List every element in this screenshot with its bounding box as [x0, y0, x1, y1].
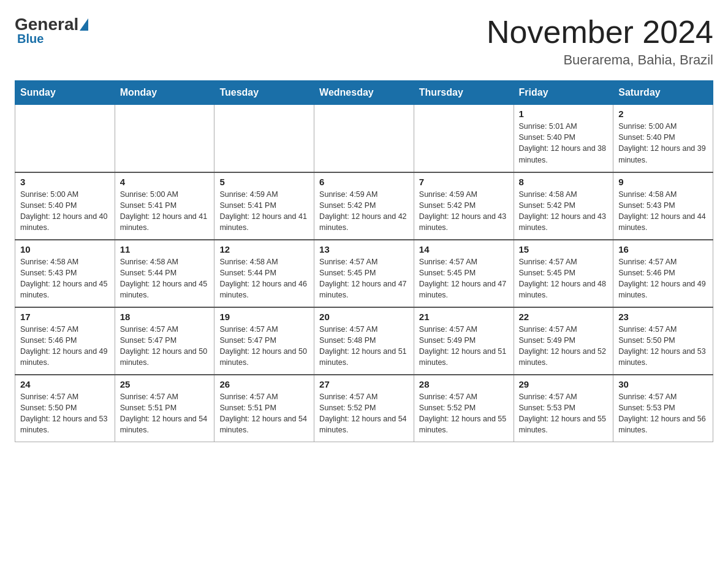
month-year-title: November 2024 [487, 15, 713, 50]
title-block: November 2024 Buerarema, Bahia, Brazil [487, 15, 713, 68]
day-number: 29 [519, 379, 609, 389]
calendar-cell: 6Sunrise: 4:59 AM Sunset: 5:42 PM Daylig… [314, 172, 414, 240]
day-number: 19 [219, 312, 309, 322]
day-number: 7 [419, 177, 509, 187]
calendar-cell [214, 105, 314, 172]
calendar-week-row: 1Sunrise: 5:01 AM Sunset: 5:40 PM Daylig… [15, 105, 713, 172]
day-number: 13 [319, 244, 409, 255]
calendar-cell: 28Sunrise: 4:57 AM Sunset: 5:52 PM Dayli… [414, 375, 514, 442]
day-info: Sunrise: 5:00 AM Sunset: 5:40 PM Dayligh… [20, 189, 110, 234]
day-info: Sunrise: 4:57 AM Sunset: 5:47 PM Dayligh… [219, 324, 309, 369]
day-info: Sunrise: 4:59 AM Sunset: 5:41 PM Dayligh… [219, 189, 309, 234]
calendar-day-header: Saturday [613, 81, 713, 105]
calendar-cell: 10Sunrise: 4:58 AM Sunset: 5:43 PM Dayli… [15, 240, 115, 307]
day-number: 1 [519, 109, 609, 119]
logo: General Blue [15, 15, 89, 46]
day-info: Sunrise: 4:57 AM Sunset: 5:53 PM Dayligh… [519, 391, 609, 436]
day-number: 3 [20, 177, 110, 187]
day-info: Sunrise: 5:00 AM Sunset: 5:40 PM Dayligh… [618, 121, 708, 166]
day-info: Sunrise: 4:57 AM Sunset: 5:53 PM Dayligh… [618, 391, 708, 436]
day-info: Sunrise: 5:01 AM Sunset: 5:40 PM Dayligh… [519, 121, 609, 166]
day-number: 30 [618, 379, 708, 389]
calendar-week-row: 24Sunrise: 4:57 AM Sunset: 5:50 PM Dayli… [15, 375, 713, 442]
day-info: Sunrise: 4:58 AM Sunset: 5:44 PM Dayligh… [219, 256, 309, 301]
calendar-cell: 23Sunrise: 4:57 AM Sunset: 5:50 PM Dayli… [613, 307, 713, 375]
calendar-cell: 3Sunrise: 5:00 AM Sunset: 5:40 PM Daylig… [15, 172, 115, 240]
calendar-cell: 16Sunrise: 4:57 AM Sunset: 5:46 PM Dayli… [613, 240, 713, 307]
calendar-cell: 4Sunrise: 5:00 AM Sunset: 5:41 PM Daylig… [115, 172, 214, 240]
day-info: Sunrise: 4:57 AM Sunset: 5:46 PM Dayligh… [20, 324, 110, 369]
day-info: Sunrise: 5:00 AM Sunset: 5:41 PM Dayligh… [120, 189, 210, 234]
calendar-day-header: Tuesday [214, 81, 314, 105]
calendar-cell: 20Sunrise: 4:57 AM Sunset: 5:48 PM Dayli… [314, 307, 414, 375]
day-info: Sunrise: 4:58 AM Sunset: 5:43 PM Dayligh… [20, 256, 110, 301]
calendar-cell: 11Sunrise: 4:58 AM Sunset: 5:44 PM Dayli… [115, 240, 214, 307]
calendar-cell: 5Sunrise: 4:59 AM Sunset: 5:41 PM Daylig… [214, 172, 314, 240]
day-info: Sunrise: 4:57 AM Sunset: 5:52 PM Dayligh… [419, 391, 509, 436]
day-number: 18 [120, 312, 210, 322]
day-number: 15 [519, 244, 609, 255]
day-number: 27 [319, 379, 409, 389]
page-header: General Blue November 2024 Buerarema, Ba… [15, 15, 713, 68]
day-info: Sunrise: 4:59 AM Sunset: 5:42 PM Dayligh… [319, 189, 409, 234]
day-number: 9 [618, 177, 708, 187]
calendar-cell: 26Sunrise: 4:57 AM Sunset: 5:51 PM Dayli… [214, 375, 314, 442]
location-subtitle: Buerarema, Bahia, Brazil [487, 52, 713, 68]
day-number: 20 [319, 312, 409, 322]
calendar-cell [314, 105, 414, 172]
calendar-cell [115, 105, 214, 172]
calendar-cell: 7Sunrise: 4:59 AM Sunset: 5:42 PM Daylig… [414, 172, 514, 240]
calendar-day-header: Sunday [15, 81, 115, 105]
calendar-day-header: Friday [514, 81, 613, 105]
calendar-week-row: 3Sunrise: 5:00 AM Sunset: 5:40 PM Daylig… [15, 172, 713, 240]
day-info: Sunrise: 4:57 AM Sunset: 5:48 PM Dayligh… [319, 324, 409, 369]
day-info: Sunrise: 4:58 AM Sunset: 5:44 PM Dayligh… [120, 256, 210, 301]
calendar-header-row: SundayMondayTuesdayWednesdayThursdayFrid… [15, 81, 713, 105]
day-number: 17 [20, 312, 110, 322]
calendar-day-header: Thursday [414, 81, 514, 105]
calendar-cell: 14Sunrise: 4:57 AM Sunset: 5:45 PM Dayli… [414, 240, 514, 307]
calendar-cell: 27Sunrise: 4:57 AM Sunset: 5:52 PM Dayli… [314, 375, 414, 442]
day-info: Sunrise: 4:58 AM Sunset: 5:43 PM Dayligh… [618, 189, 708, 234]
day-info: Sunrise: 4:57 AM Sunset: 5:45 PM Dayligh… [419, 256, 509, 301]
day-info: Sunrise: 4:57 AM Sunset: 5:52 PM Dayligh… [319, 391, 409, 436]
day-info: Sunrise: 4:57 AM Sunset: 5:46 PM Dayligh… [618, 256, 708, 301]
day-number: 2 [618, 109, 708, 119]
day-info: Sunrise: 4:57 AM Sunset: 5:50 PM Dayligh… [618, 324, 708, 369]
day-number: 26 [219, 379, 309, 389]
calendar-cell: 9Sunrise: 4:58 AM Sunset: 5:43 PM Daylig… [613, 172, 713, 240]
day-number: 11 [120, 244, 210, 255]
day-info: Sunrise: 4:57 AM Sunset: 5:49 PM Dayligh… [519, 324, 609, 369]
day-info: Sunrise: 4:59 AM Sunset: 5:42 PM Dayligh… [419, 189, 509, 234]
day-number: 24 [20, 379, 110, 389]
calendar-day-header: Wednesday [314, 81, 414, 105]
calendar-cell: 13Sunrise: 4:57 AM Sunset: 5:45 PM Dayli… [314, 240, 414, 307]
calendar-cell [414, 105, 514, 172]
day-info: Sunrise: 4:57 AM Sunset: 5:51 PM Dayligh… [120, 391, 210, 436]
day-number: 5 [219, 177, 309, 187]
day-number: 23 [618, 312, 708, 322]
calendar-cell: 19Sunrise: 4:57 AM Sunset: 5:47 PM Dayli… [214, 307, 314, 375]
day-info: Sunrise: 4:57 AM Sunset: 5:45 PM Dayligh… [519, 256, 609, 301]
day-info: Sunrise: 4:57 AM Sunset: 5:49 PM Dayligh… [419, 324, 509, 369]
day-number: 16 [618, 244, 708, 255]
day-number: 6 [319, 177, 409, 187]
calendar-cell: 18Sunrise: 4:57 AM Sunset: 5:47 PM Dayli… [115, 307, 214, 375]
day-number: 28 [419, 379, 509, 389]
day-number: 4 [120, 177, 210, 187]
calendar-cell: 2Sunrise: 5:00 AM Sunset: 5:40 PM Daylig… [613, 105, 713, 172]
calendar-cell: 12Sunrise: 4:58 AM Sunset: 5:44 PM Dayli… [214, 240, 314, 307]
calendar-cell: 22Sunrise: 4:57 AM Sunset: 5:49 PM Dayli… [514, 307, 613, 375]
day-number: 10 [20, 244, 110, 255]
day-number: 22 [519, 312, 609, 322]
calendar-cell: 21Sunrise: 4:57 AM Sunset: 5:49 PM Dayli… [414, 307, 514, 375]
day-info: Sunrise: 4:58 AM Sunset: 5:42 PM Dayligh… [519, 189, 609, 234]
calendar-week-row: 17Sunrise: 4:57 AM Sunset: 5:46 PM Dayli… [15, 307, 713, 375]
day-info: Sunrise: 4:57 AM Sunset: 5:50 PM Dayligh… [20, 391, 110, 436]
day-number: 25 [120, 379, 210, 389]
logo-triangle-icon [80, 18, 88, 31]
day-info: Sunrise: 4:57 AM Sunset: 5:45 PM Dayligh… [319, 256, 409, 301]
calendar-week-row: 10Sunrise: 4:58 AM Sunset: 5:43 PM Dayli… [15, 240, 713, 307]
day-number: 14 [419, 244, 509, 255]
calendar-cell: 15Sunrise: 4:57 AM Sunset: 5:45 PM Dayli… [514, 240, 613, 307]
